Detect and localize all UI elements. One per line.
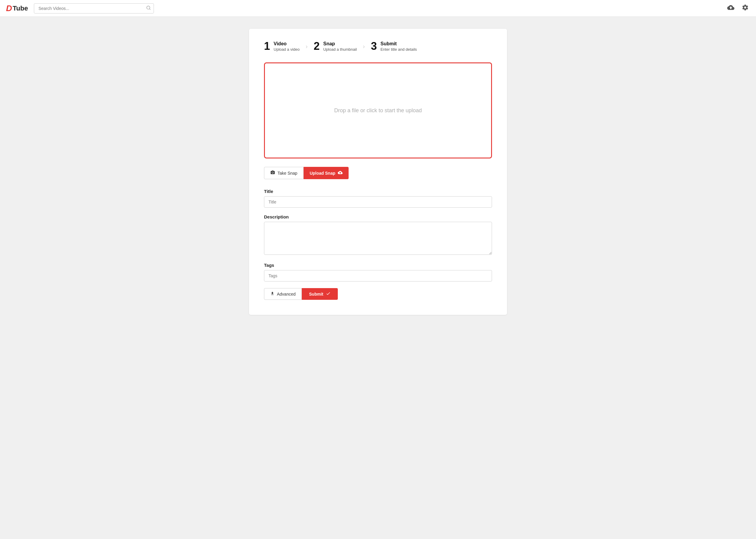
upload-snap-label: Upload Snap (309, 171, 335, 176)
navbar: D Tube (0, 0, 756, 17)
title-label: Title (264, 189, 492, 194)
main-content: 1 Video Upload a video › 2 Snap Upload a… (0, 17, 756, 327)
upload-icon-button[interactable] (726, 3, 736, 14)
advanced-label: Advanced (277, 292, 296, 296)
download-arrow-icon (270, 291, 274, 296)
step-3-title: Submit (380, 41, 417, 46)
search-button[interactable] (146, 5, 151, 11)
search-container (34, 3, 154, 14)
camera-icon (270, 170, 275, 176)
snap-buttons: Take Snap Upload Snap (264, 167, 492, 179)
logo-d: D (6, 4, 12, 13)
drop-zone-text: Drop a file or click to start the upload (334, 108, 422, 114)
tags-group: Tags (264, 263, 492, 281)
checkmark-icon (326, 291, 331, 297)
submit-button[interactable]: Submit (302, 288, 337, 300)
navbar-actions (726, 3, 750, 14)
search-input[interactable] (34, 3, 154, 14)
cloud-upload-small-icon (338, 170, 343, 176)
step-2-title: Snap (323, 41, 357, 46)
upload-snap-button[interactable]: Upload Snap (304, 167, 349, 179)
take-snap-label: Take Snap (278, 171, 297, 176)
logo-tube: Tube (13, 5, 28, 12)
step-2: 2 Snap Upload a thumbnail (313, 41, 357, 52)
title-group: Title (264, 189, 492, 208)
description-label: Description (264, 214, 492, 219)
upload-card: 1 Video Upload a video › 2 Snap Upload a… (249, 29, 507, 315)
step-3: 3 Submit Enter title and details (371, 41, 417, 52)
step-arrow-2: › (363, 43, 365, 50)
step-3-subtitle: Enter title and details (380, 47, 417, 52)
gear-icon (742, 4, 749, 13)
tags-label: Tags (264, 263, 492, 268)
step-1-number: 1 (264, 41, 270, 52)
step-1-info: Video Upload a video (274, 41, 300, 52)
search-icon (146, 6, 151, 11)
step-2-info: Snap Upload a thumbnail (323, 41, 357, 52)
step-2-subtitle: Upload a thumbnail (323, 47, 357, 52)
cloud-upload-icon (727, 4, 734, 13)
logo: D Tube (6, 4, 28, 13)
take-snap-button[interactable]: Take Snap (264, 167, 304, 179)
settings-icon-button[interactable] (740, 3, 750, 14)
tags-input[interactable] (264, 270, 492, 281)
description-group: Description (264, 214, 492, 256)
step-3-info: Submit Enter title and details (380, 41, 417, 52)
step-2-number: 2 (313, 41, 319, 52)
drop-zone[interactable]: Drop a file or click to start the upload (264, 62, 492, 158)
advanced-button[interactable]: Advanced (264, 288, 302, 300)
step-1-subtitle: Upload a video (274, 47, 300, 52)
svg-line-1 (149, 9, 150, 10)
submit-label: Submit (309, 292, 323, 296)
steps-container: 1 Video Upload a video › 2 Snap Upload a… (264, 41, 492, 52)
step-1-title: Video (274, 41, 300, 46)
bottom-buttons: Advanced Submit (264, 288, 492, 300)
step-3-number: 3 (371, 41, 377, 52)
title-input[interactable] (264, 196, 492, 208)
step-arrow-1: › (306, 43, 308, 50)
step-1: 1 Video Upload a video (264, 41, 300, 52)
description-textarea[interactable] (264, 222, 492, 255)
